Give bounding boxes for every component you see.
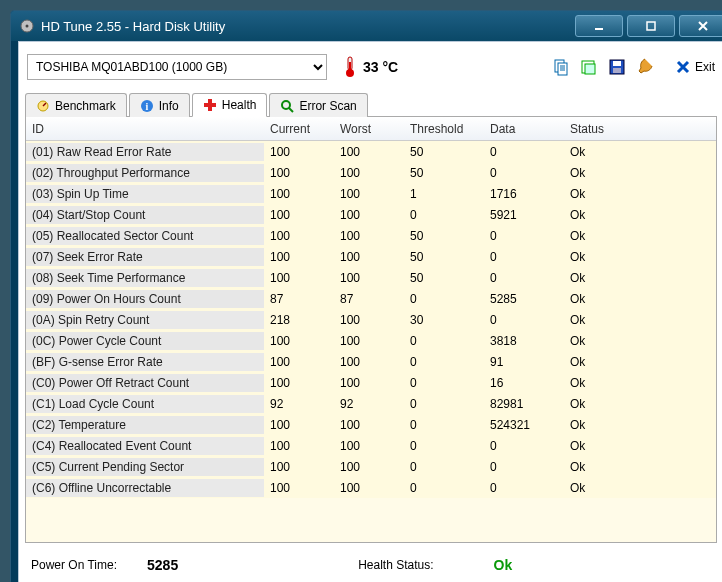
cell-status: Ok <box>564 479 644 497</box>
cell-status: Ok <box>564 185 644 203</box>
cell-worst: 92 <box>334 395 404 413</box>
table-row[interactable]: (0C) Power Cycle Count10010003818Ok <box>26 330 716 351</box>
cell-id: (07) Seek Error Rate <box>26 248 264 266</box>
drive-select[interactable]: TOSHIBA MQ01ABD100 (1000 GB) <box>27 54 327 80</box>
cell-data: 0 <box>484 227 564 245</box>
svg-text:i: i <box>145 101 148 112</box>
cell-threshold: 0 <box>404 395 484 413</box>
cell-threshold: 0 <box>404 437 484 455</box>
cell-threshold: 1 <box>404 185 484 203</box>
table-row[interactable]: (04) Start/Stop Count10010005921Ok <box>26 204 716 225</box>
client-area: TOSHIBA MQ01ABD100 (1000 GB) 33 °C Exit <box>18 41 722 582</box>
cell-worst: 100 <box>334 206 404 224</box>
cell-data: 0 <box>484 248 564 266</box>
cell-current: 100 <box>264 479 334 497</box>
cell-id: (04) Start/Stop Count <box>26 206 264 224</box>
table-row[interactable]: (09) Power On Hours Count878705285Ok <box>26 288 716 309</box>
col-current[interactable]: Current <box>264 120 334 138</box>
cell-current: 100 <box>264 206 334 224</box>
cell-id: (C6) Offline Uncorrectable <box>26 479 264 497</box>
cell-worst: 100 <box>334 185 404 203</box>
save-icon[interactable] <box>607 57 627 77</box>
copy-screenshot-icon[interactable] <box>579 57 599 77</box>
cell-id: (C1) Load Cycle Count <box>26 395 264 413</box>
app-window: HD Tune 2.55 - Hard Disk Utility TOSHIBA… <box>10 10 722 582</box>
health-status-label: Health Status: <box>358 558 433 572</box>
cell-id: (03) Spin Up Time <box>26 185 264 203</box>
cell-id: (08) Seek Time Performance <box>26 269 264 287</box>
table-row[interactable]: (03) Spin Up Time10010011716Ok <box>26 183 716 204</box>
cell-status: Ok <box>564 290 644 308</box>
cell-status: Ok <box>564 143 644 161</box>
cell-id: (C4) Reallocated Event Count <box>26 437 264 455</box>
cell-current: 100 <box>264 374 334 392</box>
cell-status: Ok <box>564 437 644 455</box>
table-row[interactable]: (C0) Power Off Retract Count100100016Ok <box>26 372 716 393</box>
cell-threshold: 0 <box>404 353 484 371</box>
col-threshold[interactable]: Threshold <box>404 120 484 138</box>
col-data[interactable]: Data <box>484 120 564 138</box>
window-buttons <box>575 15 722 37</box>
cell-id: (BF) G-sense Error Rate <box>26 353 264 371</box>
cell-data: 5285 <box>484 290 564 308</box>
table-row[interactable]: (C6) Offline Uncorrectable10010000Ok <box>26 477 716 498</box>
options-icon[interactable] <box>635 57 655 77</box>
cell-id: (C2) Temperature <box>26 416 264 434</box>
table-row[interactable]: (08) Seek Time Performance100100500Ok <box>26 267 716 288</box>
table-row[interactable]: (0A) Spin Retry Count218100300Ok <box>26 309 716 330</box>
benchmark-icon <box>36 99 50 113</box>
cell-worst: 100 <box>334 269 404 287</box>
cell-data: 0 <box>484 143 564 161</box>
cell-current: 100 <box>264 458 334 476</box>
table-row[interactable]: (BF) G-sense Error Rate100100091Ok <box>26 351 716 372</box>
table-row[interactable]: (05) Reallocated Sector Count100100500Ok <box>26 225 716 246</box>
table-row[interactable]: (C2) Temperature1001000524321Ok <box>26 414 716 435</box>
table-row[interactable]: (C5) Current Pending Sector10010000Ok <box>26 456 716 477</box>
cell-worst: 100 <box>334 458 404 476</box>
cell-current: 218 <box>264 311 334 329</box>
table-row[interactable]: (07) Seek Error Rate100100500Ok <box>26 246 716 267</box>
table-row[interactable]: (01) Raw Read Error Rate100100500Ok <box>26 141 716 162</box>
exit-button[interactable]: Exit <box>675 59 715 75</box>
table-row[interactable]: (C4) Reallocated Event Count10010000Ok <box>26 435 716 456</box>
minimize-button[interactable] <box>575 15 623 37</box>
copy-info-icon[interactable] <box>551 57 571 77</box>
cell-data: 91 <box>484 353 564 371</box>
cell-current: 100 <box>264 269 334 287</box>
cell-current: 100 <box>264 353 334 371</box>
table-header: ID Current Worst Threshold Data Status <box>26 117 716 141</box>
power-on-value: 5285 <box>147 557 178 573</box>
col-worst[interactable]: Worst <box>334 120 404 138</box>
cell-status: Ok <box>564 269 644 287</box>
cell-current: 100 <box>264 248 334 266</box>
tab-health[interactable]: Health <box>192 93 268 117</box>
smart-table: ID Current Worst Threshold Data Status (… <box>25 117 717 543</box>
cell-id: (02) Throughput Performance <box>26 164 264 182</box>
maximize-button[interactable] <box>627 15 675 37</box>
svg-rect-3 <box>647 22 655 30</box>
cell-worst: 100 <box>334 479 404 497</box>
close-button[interactable] <box>679 15 722 37</box>
cell-worst: 100 <box>334 374 404 392</box>
cell-id: (C0) Power Off Retract Count <box>26 374 264 392</box>
cell-status: Ok <box>564 332 644 350</box>
info-icon: i <box>140 99 154 113</box>
col-id[interactable]: ID <box>26 120 264 138</box>
tab-benchmark[interactable]: Benchmark <box>25 93 127 117</box>
cell-id: (0C) Power Cycle Count <box>26 332 264 350</box>
cell-threshold: 0 <box>404 206 484 224</box>
table-row[interactable]: (02) Throughput Performance100100500Ok <box>26 162 716 183</box>
cell-threshold: 50 <box>404 143 484 161</box>
tab-info[interactable]: i Info <box>129 93 190 117</box>
cell-current: 100 <box>264 185 334 203</box>
cell-current: 100 <box>264 437 334 455</box>
cell-id: (05) Reallocated Sector Count <box>26 227 264 245</box>
cell-status: Ok <box>564 416 644 434</box>
titlebar[interactable]: HD Tune 2.55 - Hard Disk Utility <box>11 11 722 41</box>
cell-threshold: 0 <box>404 416 484 434</box>
col-status[interactable]: Status <box>564 120 644 138</box>
tab-error-scan[interactable]: Error Scan <box>269 93 367 117</box>
cell-threshold: 50 <box>404 269 484 287</box>
table-row[interactable]: (C1) Load Cycle Count9292082981Ok <box>26 393 716 414</box>
table-body[interactable]: (01) Raw Read Error Rate100100500Ok(02) … <box>26 141 716 542</box>
